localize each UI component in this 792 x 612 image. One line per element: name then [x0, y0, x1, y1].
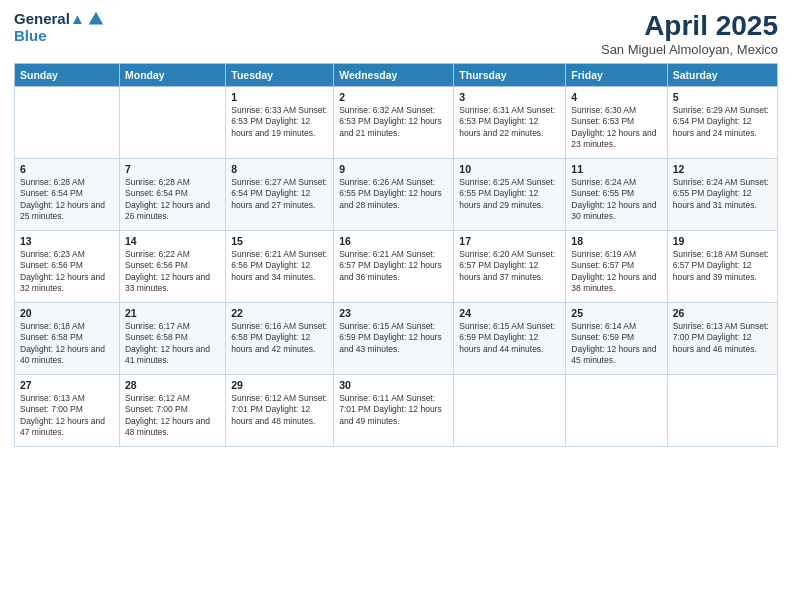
day-number: 23 — [339, 307, 448, 319]
calendar-cell: 2Sunrise: 6:32 AM Sunset: 6:53 PM Daylig… — [334, 87, 454, 159]
calendar-cell: 7Sunrise: 6:28 AM Sunset: 6:54 PM Daylig… — [119, 159, 225, 231]
calendar-cell: 26Sunrise: 6:13 AM Sunset: 7:00 PM Dayli… — [667, 303, 777, 375]
week-row-2: 13Sunrise: 6:23 AM Sunset: 6:56 PM Dayli… — [15, 231, 778, 303]
day-number: 20 — [20, 307, 114, 319]
day-info: Sunrise: 6:29 AM Sunset: 6:54 PM Dayligh… — [673, 105, 772, 139]
day-info: Sunrise: 6:30 AM Sunset: 6:53 PM Dayligh… — [571, 105, 661, 151]
calendar-cell: 1Sunrise: 6:33 AM Sunset: 6:53 PM Daylig… — [226, 87, 334, 159]
calendar-cell — [15, 87, 120, 159]
day-number: 5 — [673, 91, 772, 103]
calendar-cell: 24Sunrise: 6:15 AM Sunset: 6:59 PM Dayli… — [454, 303, 566, 375]
calendar-cell: 27Sunrise: 6:13 AM Sunset: 7:00 PM Dayli… — [15, 375, 120, 447]
day-info: Sunrise: 6:18 AM Sunset: 6:58 PM Dayligh… — [20, 321, 114, 367]
calendar-cell: 22Sunrise: 6:16 AM Sunset: 6:58 PM Dayli… — [226, 303, 334, 375]
logo-icon — [87, 10, 105, 28]
calendar-cell: 13Sunrise: 6:23 AM Sunset: 6:56 PM Dayli… — [15, 231, 120, 303]
day-number: 27 — [20, 379, 114, 391]
calendar-cell: 21Sunrise: 6:17 AM Sunset: 6:58 PM Dayli… — [119, 303, 225, 375]
day-number: 1 — [231, 91, 328, 103]
day-number: 18 — [571, 235, 661, 247]
day-info: Sunrise: 6:14 AM Sunset: 6:59 PM Dayligh… — [571, 321, 661, 367]
day-number: 7 — [125, 163, 220, 175]
day-number: 19 — [673, 235, 772, 247]
calendar-cell: 30Sunrise: 6:11 AM Sunset: 7:01 PM Dayli… — [334, 375, 454, 447]
day-number: 14 — [125, 235, 220, 247]
day-number: 21 — [125, 307, 220, 319]
day-info: Sunrise: 6:21 AM Sunset: 6:56 PM Dayligh… — [231, 249, 328, 283]
header: General▲ Blue April 2025 San Miguel Almo… — [14, 10, 778, 57]
header-monday: Monday — [119, 64, 225, 87]
day-info: Sunrise: 6:16 AM Sunset: 6:58 PM Dayligh… — [231, 321, 328, 355]
calendar-cell: 23Sunrise: 6:15 AM Sunset: 6:59 PM Dayli… — [334, 303, 454, 375]
calendar-cell — [566, 375, 667, 447]
calendar-cell — [667, 375, 777, 447]
day-number: 10 — [459, 163, 560, 175]
main-title: April 2025 — [601, 10, 778, 42]
calendar-cell: 10Sunrise: 6:25 AM Sunset: 6:55 PM Dayli… — [454, 159, 566, 231]
calendar-cell: 19Sunrise: 6:18 AM Sunset: 6:57 PM Dayli… — [667, 231, 777, 303]
day-info: Sunrise: 6:23 AM Sunset: 6:56 PM Dayligh… — [20, 249, 114, 295]
calendar-cell: 29Sunrise: 6:12 AM Sunset: 7:01 PM Dayli… — [226, 375, 334, 447]
title-block: April 2025 San Miguel Almoloyan, Mexico — [601, 10, 778, 57]
subtitle: San Miguel Almoloyan, Mexico — [601, 42, 778, 57]
calendar-cell: 28Sunrise: 6:12 AM Sunset: 7:00 PM Dayli… — [119, 375, 225, 447]
day-number: 24 — [459, 307, 560, 319]
calendar-cell: 14Sunrise: 6:22 AM Sunset: 6:56 PM Dayli… — [119, 231, 225, 303]
calendar-cell: 9Sunrise: 6:26 AM Sunset: 6:55 PM Daylig… — [334, 159, 454, 231]
calendar-cell — [454, 375, 566, 447]
header-thursday: Thursday — [454, 64, 566, 87]
calendar-cell: 12Sunrise: 6:24 AM Sunset: 6:55 PM Dayli… — [667, 159, 777, 231]
day-number: 16 — [339, 235, 448, 247]
calendar-cell: 11Sunrise: 6:24 AM Sunset: 6:55 PM Dayli… — [566, 159, 667, 231]
calendar-cell: 8Sunrise: 6:27 AM Sunset: 6:54 PM Daylig… — [226, 159, 334, 231]
day-info: Sunrise: 6:19 AM Sunset: 6:57 PM Dayligh… — [571, 249, 661, 295]
day-number: 29 — [231, 379, 328, 391]
day-number: 28 — [125, 379, 220, 391]
calendar-cell: 18Sunrise: 6:19 AM Sunset: 6:57 PM Dayli… — [566, 231, 667, 303]
week-row-3: 20Sunrise: 6:18 AM Sunset: 6:58 PM Dayli… — [15, 303, 778, 375]
logo-text: General▲ — [14, 11, 85, 28]
calendar-cell: 5Sunrise: 6:29 AM Sunset: 6:54 PM Daylig… — [667, 87, 777, 159]
calendar-cell: 6Sunrise: 6:28 AM Sunset: 6:54 PM Daylig… — [15, 159, 120, 231]
calendar-cell: 15Sunrise: 6:21 AM Sunset: 6:56 PM Dayli… — [226, 231, 334, 303]
day-info: Sunrise: 6:11 AM Sunset: 7:01 PM Dayligh… — [339, 393, 448, 427]
calendar-cell — [119, 87, 225, 159]
day-info: Sunrise: 6:27 AM Sunset: 6:54 PM Dayligh… — [231, 177, 328, 211]
day-number: 17 — [459, 235, 560, 247]
header-friday: Friday — [566, 64, 667, 87]
header-row: Sunday Monday Tuesday Wednesday Thursday… — [15, 64, 778, 87]
day-info: Sunrise: 6:13 AM Sunset: 7:00 PM Dayligh… — [673, 321, 772, 355]
day-number: 8 — [231, 163, 328, 175]
day-info: Sunrise: 6:15 AM Sunset: 6:59 PM Dayligh… — [459, 321, 560, 355]
logo: General▲ Blue — [14, 10, 105, 45]
day-info: Sunrise: 6:12 AM Sunset: 7:00 PM Dayligh… — [125, 393, 220, 439]
day-number: 9 — [339, 163, 448, 175]
calendar-cell: 4Sunrise: 6:30 AM Sunset: 6:53 PM Daylig… — [566, 87, 667, 159]
day-info: Sunrise: 6:25 AM Sunset: 6:55 PM Dayligh… — [459, 177, 560, 211]
calendar-cell: 16Sunrise: 6:21 AM Sunset: 6:57 PM Dayli… — [334, 231, 454, 303]
week-row-0: 1Sunrise: 6:33 AM Sunset: 6:53 PM Daylig… — [15, 87, 778, 159]
day-info: Sunrise: 6:20 AM Sunset: 6:57 PM Dayligh… — [459, 249, 560, 283]
svg-marker-0 — [89, 12, 103, 25]
day-info: Sunrise: 6:24 AM Sunset: 6:55 PM Dayligh… — [673, 177, 772, 211]
day-number: 3 — [459, 91, 560, 103]
day-number: 25 — [571, 307, 661, 319]
day-info: Sunrise: 6:28 AM Sunset: 6:54 PM Dayligh… — [125, 177, 220, 223]
header-saturday: Saturday — [667, 64, 777, 87]
calendar-cell: 25Sunrise: 6:14 AM Sunset: 6:59 PM Dayli… — [566, 303, 667, 375]
day-info: Sunrise: 6:33 AM Sunset: 6:53 PM Dayligh… — [231, 105, 328, 139]
header-wednesday: Wednesday — [334, 64, 454, 87]
page: General▲ Blue April 2025 San Miguel Almo… — [0, 0, 792, 612]
day-number: 6 — [20, 163, 114, 175]
calendar-cell: 17Sunrise: 6:20 AM Sunset: 6:57 PM Dayli… — [454, 231, 566, 303]
day-number: 4 — [571, 91, 661, 103]
day-info: Sunrise: 6:18 AM Sunset: 6:57 PM Dayligh… — [673, 249, 772, 283]
day-info: Sunrise: 6:13 AM Sunset: 7:00 PM Dayligh… — [20, 393, 114, 439]
day-info: Sunrise: 6:26 AM Sunset: 6:55 PM Dayligh… — [339, 177, 448, 211]
day-info: Sunrise: 6:22 AM Sunset: 6:56 PM Dayligh… — [125, 249, 220, 295]
day-info: Sunrise: 6:24 AM Sunset: 6:55 PM Dayligh… — [571, 177, 661, 223]
day-info: Sunrise: 6:17 AM Sunset: 6:58 PM Dayligh… — [125, 321, 220, 367]
day-number: 2 — [339, 91, 448, 103]
header-sunday: Sunday — [15, 64, 120, 87]
day-number: 22 — [231, 307, 328, 319]
